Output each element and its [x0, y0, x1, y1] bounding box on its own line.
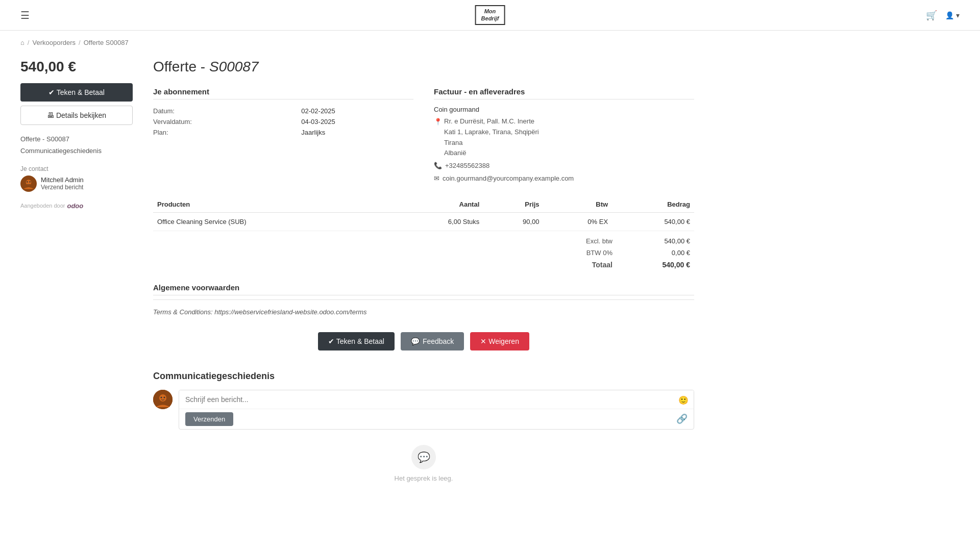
breadcrumb-home[interactable]: ⌂: [20, 39, 24, 46]
emoji-icon[interactable]: 🙂: [678, 395, 689, 405]
voorwaarden-title: Algemene voorwaarden: [153, 283, 694, 295]
sidebar-contact: Mitchell Admin Verzend bericht: [20, 176, 133, 192]
svg-point-3: [29, 181, 31, 183]
abonnement-section: Je abonnement Datum: 02-02-2025 Vervalda…: [153, 87, 413, 184]
breadcrumb: ⌂ / Verkooporders / Offerte S00087: [0, 31, 980, 51]
comm-input-footer: Verzenden 🔗: [179, 409, 694, 429]
factuur-address: 📍 Rr. e Durrësit, Pall. M.C. Inerte Kati…: [434, 116, 694, 184]
voorwaarden-section: Algemene voorwaarden Terms & Conditions:…: [153, 283, 694, 316]
sidebar-details-button[interactable]: 🖶 Details bekijken: [20, 106, 133, 125]
powered-by: Aangeboden door odoo: [20, 202, 133, 210]
message-input[interactable]: [179, 390, 694, 409]
factuur-section: Factuur - en afleveradres Coin gourmand …: [434, 87, 694, 184]
products-table: Producten Aantal Prijs Btw Bedrag Office…: [153, 196, 694, 231]
weigeren-button[interactable]: ✕ Weigeren: [470, 332, 529, 350]
abonnement-table: Datum: 02-02-2025 Vervaldatum: 04-03-202…: [153, 106, 413, 138]
products-section: Producten Aantal Prijs Btw Bedrag Office…: [153, 196, 694, 271]
user-icon: 👤: [945, 11, 954, 19]
email-icon: ✉: [434, 173, 439, 184]
svg-point-7: [164, 396, 165, 398]
sidebar-contact-label: Je contact: [20, 165, 133, 172]
sidebar-link-communicatie[interactable]: Communicatiegeschiedenis: [20, 145, 133, 157]
col-prijs: Prijs: [483, 196, 543, 213]
sidebar-link-offerte[interactable]: Offerte - S00087: [20, 133, 133, 145]
btw-value: 0,00 €: [633, 247, 694, 259]
hamburger-icon[interactable]: ☰: [20, 9, 30, 21]
comm-input-row: 🙂 Verzenden 🔗: [153, 390, 694, 430]
attach-icon[interactable]: 🔗: [676, 413, 688, 424]
svg-point-1: [26, 180, 32, 185]
abonnement-title: Je abonnement: [153, 87, 413, 99]
vervaldatum-value: 04-03-2025: [301, 116, 413, 127]
action-buttons: ✔ Teken & Betaal 💬 Feedback ✕ Weigeren: [153, 332, 694, 350]
location-icon: 📍: [434, 117, 442, 128]
product-name: Office Cleaning Service (SUB): [153, 212, 388, 231]
sidebar-sign-pay-button[interactable]: ✔ Teken & Betaal: [20, 83, 133, 102]
communicatie-title: Communicatiegeschiedenis: [153, 371, 694, 382]
main-layout: 540,00 € ✔ Teken & Betaal 🖶 Details beki…: [0, 51, 715, 518]
btw-label: BTW 0%: [219, 247, 633, 259]
empty-text: Het gesprek is leeg.: [395, 474, 453, 482]
plan-value: Jaarlijks: [301, 127, 413, 138]
chat-icon: 💬: [411, 337, 420, 345]
product-aantal: 6,00 Stuks: [388, 212, 483, 231]
totaal-label: Totaal: [219, 259, 633, 271]
user-menu[interactable]: 👤 ▾: [945, 11, 960, 19]
col-producten: Producten: [153, 196, 388, 213]
communicatie-section: Communicatiegeschiedenis 🙂: [153, 371, 694, 497]
factuur-company: Coin gourmand: [434, 106, 694, 113]
empty-chat: 💬 Het gesprek is leeg.: [153, 430, 694, 497]
sidebar-links: Offerte - S00087 Communicatiegeschiedeni…: [20, 133, 133, 157]
excl-btw-label: Excl. btw: [219, 235, 633, 247]
offerte-title: Offerte - S00087: [153, 59, 694, 75]
cart-icon[interactable]: 🛒: [926, 10, 937, 21]
svg-point-2: [27, 181, 28, 183]
verzenden-button[interactable]: Verzenden: [185, 412, 233, 426]
comm-avatar: [153, 390, 173, 409]
datum-value: 02-02-2025: [301, 106, 413, 116]
factuur-title: Factuur - en afleveradres: [434, 87, 694, 99]
header: ☰ Mon Bedrijf 🛒 👤 ▾: [0, 0, 980, 31]
odoo-logo: odoo: [67, 202, 83, 210]
empty-icon: 💬: [411, 445, 436, 469]
col-aantal: Aantal: [388, 196, 483, 213]
phone-icon: 📞: [434, 161, 442, 171]
totaal-value: 540,00 €: [633, 259, 694, 271]
content: Offerte - S00087 Je abonnement Datum: 02…: [153, 51, 694, 497]
voorwaarden-text: Terms & Conditions: https://webservicefr…: [153, 308, 694, 316]
col-bedrag: Bedrag: [612, 196, 694, 213]
two-col: Je abonnement Datum: 02-02-2025 Vervalda…: [153, 87, 694, 184]
sign-pay-button[interactable]: ✔ Teken & Betaal: [318, 332, 395, 350]
datum-label: Datum:: [153, 106, 301, 116]
col-btw: Btw: [543, 196, 612, 213]
breadcrumb-current: Offerte S00087: [84, 39, 129, 46]
contact-name: Mitchell Admin: [41, 176, 84, 184]
user-caret: ▾: [956, 11, 960, 19]
svg-point-6: [161, 396, 162, 398]
logo: Mon Bedrijf: [475, 5, 505, 24]
table-row: Office Cleaning Service (SUB) 6,00 Stuks…: [153, 212, 694, 231]
comm-input-wrapper: 🙂 Verzenden 🔗: [179, 390, 694, 430]
sidebar-amount: 540,00 €: [20, 59, 133, 75]
product-bedrag: 540,00 €: [612, 212, 694, 231]
contact-avatar: [20, 176, 37, 192]
totals-table: Excl. btw 540,00 € BTW 0% 0,00 € Totaal …: [153, 235, 694, 271]
breadcrumb-verkooporders[interactable]: Verkooporders: [32, 39, 76, 46]
excl-btw-value: 540,00 €: [633, 235, 694, 247]
vervaldatum-label: Vervaldatum:: [153, 116, 301, 127]
sidebar: 540,00 € ✔ Teken & Betaal 🖶 Details beki…: [20, 51, 133, 497]
plan-label: Plan:: [153, 127, 301, 138]
product-btw: 0% EX: [543, 212, 612, 231]
product-prijs: 90,00: [483, 212, 543, 231]
feedback-button[interactable]: 💬 Feedback: [401, 332, 464, 350]
contact-action[interactable]: Verzend bericht: [41, 184, 84, 191]
